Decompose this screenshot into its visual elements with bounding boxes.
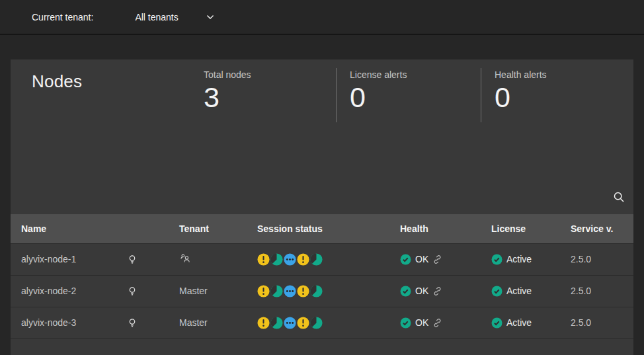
table-row[interactable]: alyvix-node-3 Master: [11, 307, 633, 338]
node-service-version: 2.5.0: [569, 275, 633, 307]
incomplete-pie-icon: [270, 253, 283, 266]
header-health[interactable]: Health: [399, 214, 490, 243]
stat-value: 3: [204, 83, 336, 112]
header-tenant[interactable]: Tenant: [148, 214, 256, 243]
health-link-button[interactable]: [432, 318, 442, 328]
link-icon: [432, 318, 442, 328]
lightbulb-icon: [127, 286, 138, 297]
link-icon: [432, 255, 442, 264]
session-status: [256, 275, 399, 307]
check-circle-icon: [400, 317, 411, 329]
health-link-button[interactable]: [432, 255, 442, 264]
current-tenant-label: Current tenant:: [32, 12, 93, 22]
stat-total-nodes: Total nodes 3: [204, 68, 336, 122]
nodes-table: Name Tenant Session status Health Licens…: [11, 214, 633, 352]
node-license: Active: [490, 307, 569, 338]
link-icon: [432, 286, 442, 296]
session-status: [256, 243, 399, 275]
node-name: alyvix-node-2: [11, 275, 116, 307]
incomplete-pie-icon: [270, 285, 283, 297]
stat-label: Total nodes: [204, 68, 336, 80]
node-service-version: 2.5.0: [569, 307, 633, 338]
in-progress-icon: [284, 285, 296, 297]
check-circle-icon: [491, 317, 503, 329]
warning-icon: [297, 253, 309, 266]
node-health: OK: [399, 243, 490, 275]
stat-value: 0: [350, 83, 481, 112]
search-button[interactable]: [604, 182, 633, 212]
node-health: OK: [399, 275, 490, 307]
check-circle-icon: [400, 254, 411, 265]
in-progress-icon: [284, 317, 296, 329]
check-circle-icon: [491, 254, 503, 265]
node-name: alyvix-node-1: [11, 243, 116, 275]
in-progress-icon: [284, 253, 296, 266]
node-license: Active: [490, 275, 569, 307]
table-row[interactable]: alyvix-node-1: [11, 243, 633, 275]
health-status-text: OK: [415, 286, 428, 296]
health-status-text: OK: [415, 317, 428, 328]
search-icon: [613, 191, 625, 203]
node-license: Active: [490, 243, 569, 275]
license-status-text: Active: [506, 254, 532, 264]
stat-label: License alerts: [350, 68, 481, 80]
header-license[interactable]: License: [490, 214, 569, 243]
health-link-button[interactable]: [432, 286, 442, 296]
node-tenant: Master: [148, 307, 256, 338]
table-header-row: Name Tenant Session status Health Licens…: [11, 214, 633, 243]
node-status-cell: [116, 275, 148, 307]
incomplete-pie-icon: [270, 317, 283, 329]
warning-icon: [297, 285, 309, 297]
chevron-down-icon: [206, 15, 214, 20]
topbar: Current tenant: All tenants: [0, 0, 644, 35]
stat-license-alerts: License alerts 0: [336, 68, 481, 122]
node-status-cell: [116, 243, 148, 275]
warning-icon: [257, 253, 270, 266]
node-service-version: 2.5.0: [569, 243, 633, 275]
header-status-light: [116, 214, 148, 243]
nodes-panel: Nodes Total nodes 3 License alerts 0 Hea…: [11, 59, 633, 355]
node-health: OK: [399, 307, 490, 338]
table-row[interactable]: alyvix-node-2 Master: [11, 275, 633, 307]
header-session-status[interactable]: Session status: [256, 214, 399, 243]
session-status: [256, 307, 399, 338]
node-name: alyvix-node-3: [11, 307, 116, 338]
tenant-dropdown[interactable]: All tenants: [135, 12, 214, 22]
incomplete-pie-icon: [310, 253, 323, 266]
stat-value: 0: [495, 83, 547, 112]
incomplete-pie-icon: [310, 317, 323, 329]
health-status-text: OK: [415, 254, 428, 264]
stat-health-alerts: Health alerts 0: [481, 68, 547, 122]
header-name[interactable]: Name: [11, 214, 116, 243]
check-circle-icon: [491, 286, 503, 297]
check-circle-icon: [400, 286, 411, 297]
warning-icon: [297, 317, 309, 329]
node-tenant: [148, 243, 256, 275]
users-icon: [179, 253, 191, 264]
license-status-text: Active: [506, 317, 532, 328]
table-row-partial: [11, 338, 633, 352]
lightbulb-icon: [127, 254, 138, 265]
warning-icon: [257, 285, 270, 297]
stats-row: Total nodes 3 License alerts 0 Health al…: [204, 68, 547, 122]
warning-icon: [257, 317, 270, 329]
header-service-version[interactable]: Service v.: [569, 214, 633, 243]
node-status-cell: [116, 307, 148, 338]
node-tenant: Master: [148, 275, 256, 307]
stat-label: Health alerts: [495, 68, 547, 80]
incomplete-pie-icon: [310, 285, 323, 297]
license-status-text: Active: [506, 286, 532, 296]
lightbulb-icon: [127, 317, 138, 329]
tenant-dropdown-value: All tenants: [135, 12, 178, 22]
page-title: Nodes: [32, 71, 82, 92]
